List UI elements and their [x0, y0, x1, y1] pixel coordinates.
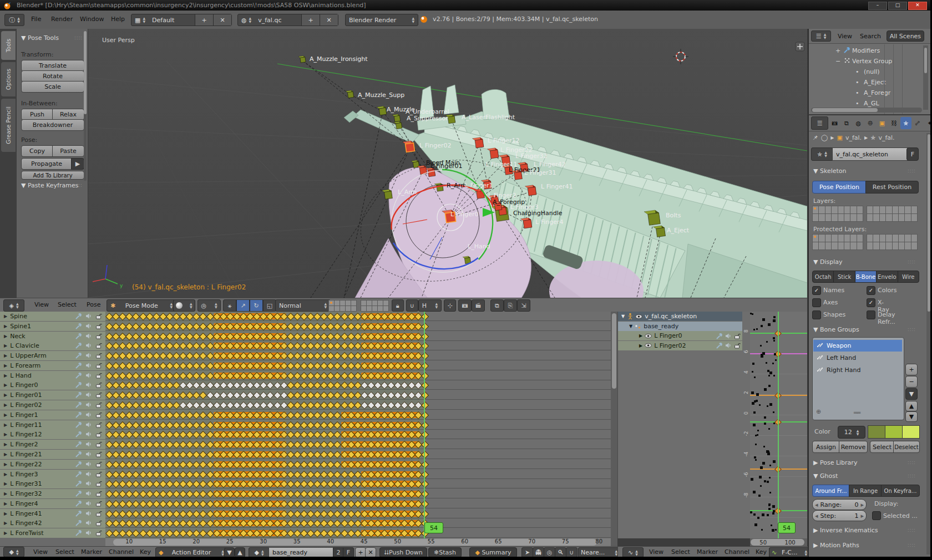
viewport-shading-selector[interactable]: ▲▼ — [173, 299, 195, 312]
graph-tree-item[interactable]: ▶L Finger02 — [618, 341, 743, 350]
expand-icon[interactable]: ▶ — [4, 472, 7, 477]
paste-flipped-pose-icon[interactable]: ⇲ — [517, 299, 530, 312]
graph-menu-key[interactable]: Key — [753, 548, 769, 556]
keyframe-row[interactable] — [105, 430, 611, 439]
toggle-icon[interactable]: • — [855, 100, 862, 107]
expand-icon[interactable]: ▶ — [4, 363, 7, 368]
layer-cell[interactable] — [911, 242, 918, 250]
dopesheet-timeline-ruler[interactable]: 101520253035404550556065707580 — [105, 538, 611, 546]
ghost-on-keyframes-button[interactable]: On Keyfra... — [881, 485, 920, 497]
bone-group-item[interactable]: Right Hand — [813, 364, 902, 376]
dopesheet-hscrollbar[interactable] — [113, 539, 597, 546]
tab-grease-pencil[interactable]: Grease Pencil — [1, 99, 16, 152]
keyframe-row[interactable] — [105, 479, 611, 488]
motion-paths-panel-header[interactable]: ▶ Motion Paths — [813, 542, 859, 549]
expand-icon[interactable]: ▶ — [4, 442, 7, 447]
keyframe-row[interactable] — [105, 390, 611, 400]
close-button[interactable]: ✕ — [908, 2, 927, 10]
keyframe-row[interactable] — [105, 322, 611, 331]
ghost-range-spinner[interactable]: ◂Range: 0▸ — [812, 499, 867, 510]
tab-constraints-icon[interactable]: ⛓︎ — [888, 117, 899, 129]
expand-icon[interactable]: ▼ — [629, 324, 632, 329]
snap-target-icon[interactable]: ⊹ — [444, 299, 456, 312]
3d-menu-pose[interactable]: Pose — [84, 301, 103, 308]
menu-file[interactable]: File — [29, 16, 43, 23]
layer-cell[interactable] — [911, 234, 918, 242]
add-layout-button[interactable]: + — [195, 14, 213, 26]
display-mode-envelo[interactable]: Envelo — [876, 271, 898, 283]
expand-icon[interactable]: ▶ — [4, 531, 7, 536]
checkbox-shapes[interactable] — [812, 310, 821, 319]
expand-icon[interactable]: ▶ — [4, 403, 7, 408]
dope-menu-marker[interactable]: Marker — [79, 548, 104, 556]
tab-bone-icon[interactable]: 🦴︎ — [912, 117, 923, 129]
skeleton-panel-header[interactable]: ▼ Skeleton — [813, 167, 847, 175]
manipulator-translate-icon[interactable]: ↗ — [236, 299, 250, 312]
menu-render[interactable]: Render — [49, 16, 75, 23]
snap-magnet-icon[interactable]: ∪ — [406, 299, 418, 312]
bone-groups-panel-header[interactable]: ▼ Bone Groups — [813, 326, 859, 333]
layer-cell[interactable] — [857, 213, 863, 222]
keyframe-row[interactable] — [105, 499, 611, 508]
ik-panel-header[interactable]: ▶ Inverse Kinematics — [813, 527, 878, 534]
ghost-around-frame-button[interactable]: Around Fr... — [812, 485, 850, 497]
fake-user-button[interactable]: F — [906, 147, 919, 161]
expand-icon[interactable]: ▶ — [639, 333, 642, 338]
pose-tools-panel-header[interactable]: ▼ Pose Tools — [21, 34, 59, 42]
toggle-icon[interactable]: • — [855, 89, 862, 96]
toggle-icon[interactable]: • — [855, 79, 862, 86]
add-scene-button[interactable]: + — [301, 14, 320, 26]
remove-bone-group-button[interactable]: − — [905, 376, 918, 388]
expand-icon[interactable]: ▶ — [4, 343, 7, 348]
keyframe-row[interactable] — [105, 528, 611, 538]
keyframe-row[interactable] — [105, 351, 611, 360]
minimize-button[interactable]: – — [868, 2, 887, 10]
copy-pose-icon[interactable]: ⧉ — [490, 299, 504, 312]
tab-tools[interactable]: Tools — [1, 31, 16, 60]
outliner-item-aeject[interactable]: •A_Eject — [809, 77, 920, 88]
paste-pose-button[interactable]: Paste — [52, 145, 84, 157]
bone-group-item[interactable]: Weapon — [813, 340, 902, 352]
scene-selector[interactable]: ◍▲▼ v_fal.qc + ✕ — [237, 14, 338, 26]
graph-menu-marker[interactable]: Marker — [695, 548, 720, 556]
checkbox-colors[interactable]: ✓ — [867, 286, 875, 295]
color-swatch[interactable] — [868, 425, 885, 439]
graph-menu-channel[interactable]: Channel — [722, 548, 752, 556]
expand-icon[interactable]: ▼ — [621, 314, 625, 319]
outliner-item-aforegr[interactable]: •A_Foregr — [809, 88, 920, 98]
outliner-vscrollbar[interactable] — [923, 45, 928, 110]
move-group-down-icon[interactable]: ▼ — [905, 411, 918, 422]
menu-help[interactable]: Help — [109, 16, 127, 23]
keyframe-row[interactable] — [105, 410, 611, 420]
expand-icon[interactable]: ▶ — [4, 393, 7, 398]
select-button[interactable]: Select — [870, 441, 894, 453]
relax-button[interactable]: Relax — [52, 109, 84, 120]
tab-object-data-icon[interactable]: ✯ — [900, 117, 911, 129]
toolshelf-scrollbar[interactable] — [84, 31, 87, 181]
tab-scene-icon[interactable]: ◍ — [853, 117, 864, 129]
editor-type-dopesheet-icon[interactable]: ◆▲▼ — [3, 547, 24, 557]
current-frame-line[interactable] — [424, 312, 425, 546]
display-mode-stick[interactable]: Stick — [833, 271, 855, 283]
channel-row[interactable]: ▶L Finger11 — [0, 420, 105, 430]
keyframe-row[interactable] — [105, 332, 611, 341]
expand-icon[interactable]: ▶ — [4, 314, 7, 319]
bone-group-specials-icon[interactable]: ▼ — [905, 388, 918, 400]
color-set-spinner[interactable]: 12▲▼ — [838, 426, 865, 439]
channel-row[interactable]: ▶L Clavicle — [0, 341, 105, 350]
channel-row[interactable]: ▶L Finger01 — [0, 390, 105, 400]
channel-row[interactable]: ▶L Finger02 — [0, 400, 105, 410]
dope-menu-channel[interactable]: Channel — [107, 548, 136, 556]
copy-pose-button[interactable]: Copy — [21, 145, 53, 157]
lock-to-scene-icon[interactable]: 🔒︎ — [392, 299, 404, 312]
push-button[interactable]: Push — [21, 109, 53, 120]
channel-row[interactable]: ▶L Finger2 — [0, 440, 105, 449]
dope-menu-view[interactable]: View — [31, 548, 50, 556]
layer-cell[interactable] — [911, 213, 918, 222]
snap-element-selector[interactable]: H▲▼ — [418, 299, 442, 312]
channel-row[interactable]: ▶L Hand — [0, 371, 105, 380]
expand-icon[interactable]: ▶ — [4, 491, 7, 496]
expand-icon[interactable]: ▶ — [4, 334, 7, 339]
scale-button[interactable]: Scale — [21, 81, 84, 93]
layer-cell[interactable] — [351, 306, 357, 312]
